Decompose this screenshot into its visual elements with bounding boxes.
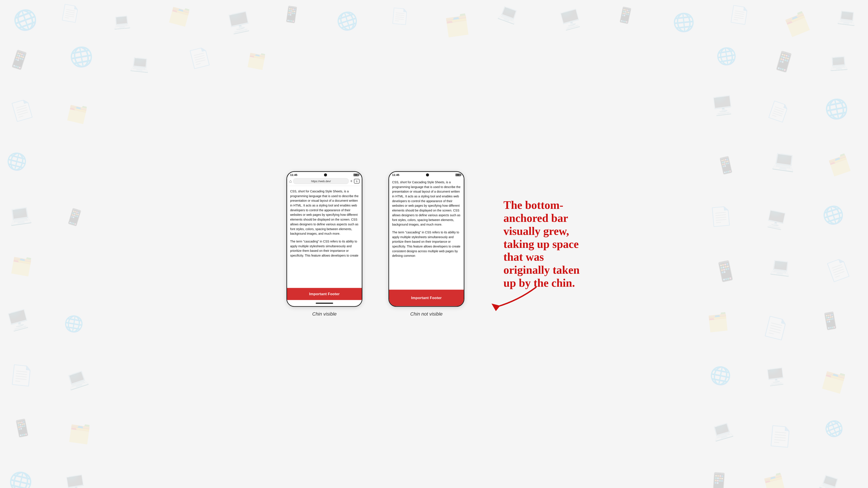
left-status-time: 11:45 [290,173,297,176]
right-phone-footer: Important Footer [389,290,464,306]
left-phone-mockup: 11:45 ⌂ https://web.dev/ + 5 [286,171,362,307]
right-phone-wrapper: 11:45 CSS, short for Cascading Style She… [389,171,464,317]
right-phone-content: CSS, short for Cascading Style Sheets, i… [389,177,464,261]
left-phone-caption: Chin visible [312,311,337,317]
left-add-button[interactable]: + [350,179,352,184]
right-status-time: 11:45 [392,173,399,176]
left-phone-wrapper: 11:45 ⌂ https://web.dev/ + 5 [286,171,362,317]
main-container: 11:45 ⌂ https://web.dev/ + 5 [286,171,582,317]
right-status-bar: 11:45 [389,172,464,177]
left-status-icons [353,173,359,176]
left-phone-content: CSS, short for Cascading Style Sheets, i… [287,186,362,261]
annotation-line5: that was [503,251,544,263]
left-phone-chin [287,300,362,306]
right-battery-icon [456,173,461,176]
left-chin-bar [316,302,333,304]
right-status-icons [456,173,461,176]
right-phone-caption: Chin not visible [410,311,442,317]
annotation-line1: The bottom- [503,199,563,211]
svg-marker-0 [492,303,500,311]
annotation-arrow [484,283,549,311]
left-browser-chrome: ⌂ https://web.dev/ + 5 [287,177,362,186]
left-content-area: CSS, short for Cascading Style Sheets, i… [287,186,362,288]
right-content-area: CSS, short for Cascading Style Sheets, i… [389,177,464,290]
annotation-line4: taking up space [503,238,579,250]
left-tab-count[interactable]: 5 [354,179,360,184]
annotation-line2: anchored bar [503,212,568,224]
left-status-bar: 11:45 [287,172,362,177]
right-content-p2: The term "cascading" in CSS refers to it… [392,230,461,258]
annotation-text: The bottom- anchored bar visually grew, … [503,199,580,290]
right-phone-mockup: 11:45 CSS, short for Cascading Style She… [389,171,464,307]
left-content-p1: CSS, short for Cascading Style Sheets, i… [290,189,359,236]
left-url-bar[interactable]: https://web.dev/ [293,178,349,184]
annotation-line3: visually grew, [503,225,569,237]
left-content-p2: The term "cascading" in CSS refers to it… [290,239,359,258]
left-home-icon[interactable]: ⌂ [289,179,292,184]
left-phone-footer: Important Footer [287,288,362,300]
right-camera-notch [426,173,429,176]
right-content-p1: CSS, short for Cascading Style Sheets, i… [392,180,461,227]
left-camera-notch [324,173,327,176]
left-battery-icon [353,173,359,176]
annotation-container: The bottom- anchored bar visually grew, … [490,199,582,290]
annotation-line6: originally taken [503,264,580,276]
